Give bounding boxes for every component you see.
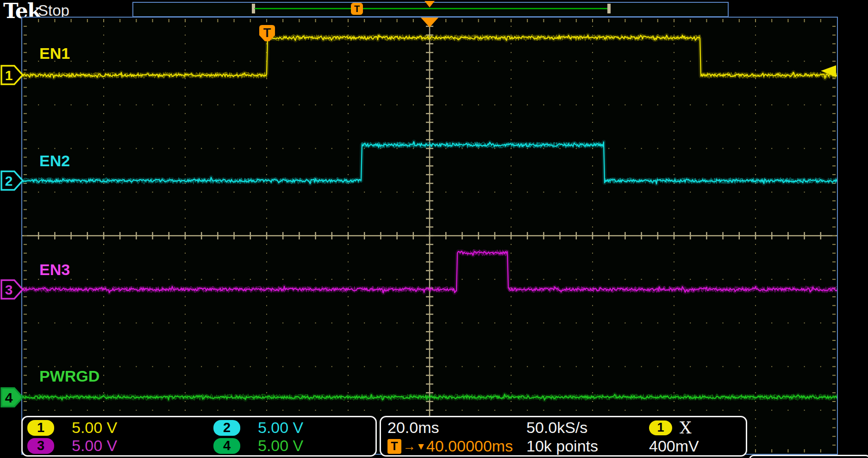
ch3-badge[interactable]: 3 [27,438,54,454]
trigger-level-readout: 400mV [649,437,739,455]
graticule-grid [22,18,837,454]
record-length-readout: 10k points [526,437,649,455]
trigger-t-marker-icon[interactable]: T [351,3,363,15]
channel-label-en1: EN1 [39,44,70,62]
ch4-scale-readout: 5.00 V [245,437,373,455]
ch2-scale-readout: 5.00 V [245,419,373,437]
ch3-scale-readout: 5.00 V [59,437,212,455]
graticule-area: T EN1 EN2 EN3 PWRGD [21,17,838,455]
channel-label-en3: EN3 [39,261,70,278]
trigger-source-badge[interactable]: 1 [649,420,672,435]
bottom-right-panel-edge [749,455,868,458]
channel-label-pwrgd: PWRGD [39,367,100,385]
channel4-marker-number: 4 [5,390,13,405]
acquisition-preview-bar[interactable]: T [132,2,729,17]
channel1-ground-marker[interactable]: 1 [0,64,24,86]
channel2-marker-number: 2 [5,173,13,188]
channel3-marker-number: 3 [5,282,13,297]
timebase-readout: 20.0ms [387,419,526,437]
record-view-line [255,8,607,9]
ch4-badge[interactable]: 4 [213,438,240,454]
channel-label-en2: EN2 [39,152,70,169]
trigger-event-flag-letter: T [263,26,271,40]
view-bracket-right-icon [607,4,611,13]
channel2-ground-marker[interactable]: 2 [0,169,24,192]
trigger-t-icon: T [387,439,401,454]
trigger-position-marker-icon[interactable] [425,1,435,7]
trigger-delay-readout: 40.00000ms [426,437,513,455]
trigger-position-tri-icon: ▼ [416,441,426,452]
ch1-scale-readout: 5.00 V [59,419,212,437]
trigger-position-indicator-icon[interactable] [421,18,438,27]
ch1-badge[interactable]: 1 [27,420,54,436]
channel1-marker-number: 1 [5,68,13,83]
ch2-badge[interactable]: 2 [213,420,240,436]
horizontal-trigger-readouts: 20.0ms 50.0kS/s 1 X T → ▼ 40.00000ms 10k… [380,416,747,457]
sample-rate-readout: 50.0kS/s [526,419,649,437]
channel3-ground-marker[interactable]: 3 [0,278,24,301]
trigger-arrow-icon: → [403,439,416,454]
trigger-slope-symbol: X [680,418,692,437]
channel-scale-readouts: 1 5.00 V 2 5.00 V 3 5.00 V 4 5.00 V [21,416,377,457]
channel4-ground-marker[interactable]: 4 [0,386,24,408]
